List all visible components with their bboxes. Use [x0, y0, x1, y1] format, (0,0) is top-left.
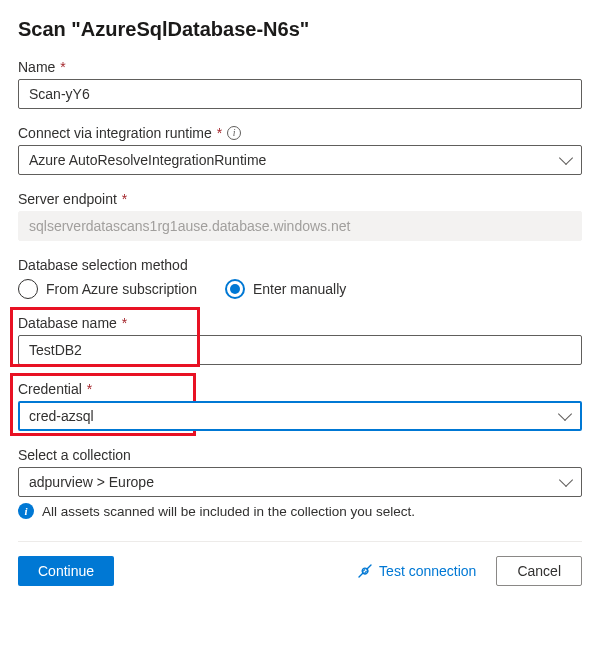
name-label: Name* [18, 59, 582, 75]
test-connection-button[interactable]: Test connection [351, 563, 482, 579]
chevron-down-icon [558, 407, 572, 421]
name-input[interactable] [18, 79, 582, 109]
info-icon: i [18, 503, 34, 519]
page-title: Scan "AzureSqlDatabase-N6s" [18, 18, 582, 41]
radio-enter-manually[interactable]: Enter manually [225, 279, 346, 299]
continue-button[interactable]: Continue [18, 556, 114, 586]
chevron-down-icon [559, 473, 573, 487]
cancel-button[interactable]: Cancel [496, 556, 582, 586]
chevron-down-icon [559, 151, 573, 165]
collection-select[interactable]: adpurview > Europe [18, 467, 582, 497]
runtime-label: Connect via integration runtime* i [18, 125, 582, 141]
credential-label: Credential* [18, 381, 582, 397]
db-name-label: Database name* [18, 315, 582, 331]
db-name-input[interactable] [18, 335, 582, 365]
plug-icon [357, 563, 373, 579]
collection-help-text: All assets scanned will be included in t… [42, 504, 415, 519]
db-method-label: Database selection method [18, 257, 582, 273]
credential-select[interactable]: cred-azsql [18, 401, 582, 431]
radio-from-subscription[interactable]: From Azure subscription [18, 279, 197, 299]
runtime-select[interactable]: Azure AutoResolveIntegrationRuntime [18, 145, 582, 175]
endpoint-input [18, 211, 582, 241]
endpoint-label: Server endpoint* [18, 191, 582, 207]
collection-label: Select a collection [18, 447, 582, 463]
info-icon[interactable]: i [227, 126, 241, 140]
